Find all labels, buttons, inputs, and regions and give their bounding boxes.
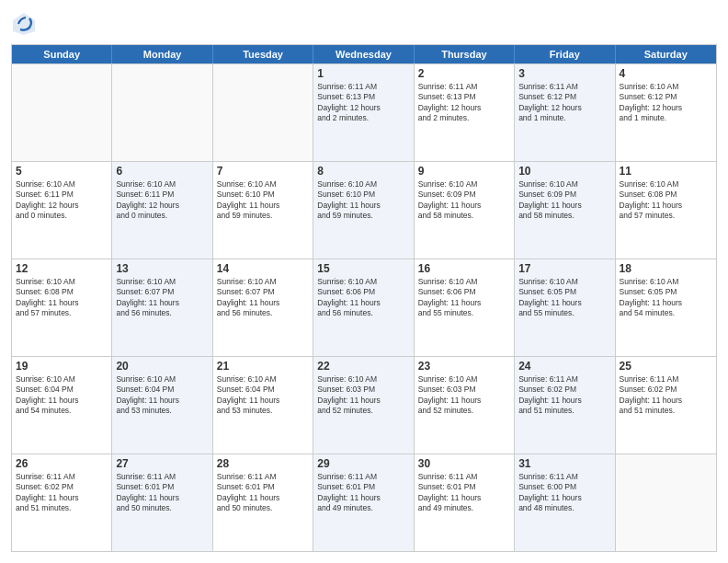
cal-cell-r0c2 <box>213 64 313 161</box>
day-number: 6 <box>116 165 208 178</box>
day-info: Sunrise: 6:11 AM Sunset: 6:00 PM Dayligh… <box>518 472 610 514</box>
cal-cell-r2c2: 14Sunrise: 6:10 AM Sunset: 6:07 PM Dayli… <box>213 259 313 356</box>
cal-cell-r2c5: 17Sunrise: 6:10 AM Sunset: 6:05 PM Dayli… <box>515 259 615 356</box>
cal-cell-r1c2: 7Sunrise: 6:10 AM Sunset: 6:10 PM Daylig… <box>213 162 313 259</box>
cal-cell-r4c1: 27Sunrise: 6:11 AM Sunset: 6:01 PM Dayli… <box>112 454 212 551</box>
day-number: 10 <box>518 165 610 178</box>
day-number: 19 <box>16 360 108 373</box>
weekday-header-saturday: Saturday <box>616 45 716 63</box>
day-info: Sunrise: 6:10 AM Sunset: 6:11 PM Dayligh… <box>116 179 208 222</box>
cal-cell-r3c3: 22Sunrise: 6:10 AM Sunset: 6:03 PM Dayli… <box>313 357 414 454</box>
calendar-row-4: 26Sunrise: 6:11 AM Sunset: 6:02 PM Dayli… <box>12 454 716 551</box>
calendar-header: SundayMondayTuesdayWednesdayThursdayFrid… <box>12 45 716 63</box>
calendar: SundayMondayTuesdayWednesdayThursdayFrid… <box>11 44 717 552</box>
day-info: Sunrise: 6:11 AM Sunset: 6:12 PM Dayligh… <box>518 82 610 124</box>
cal-cell-r2c0: 12Sunrise: 6:10 AM Sunset: 6:08 PM Dayli… <box>12 259 112 356</box>
day-info: Sunrise: 6:10 AM Sunset: 6:08 PM Dayligh… <box>620 179 712 222</box>
day-number: 7 <box>217 165 309 178</box>
cal-cell-r2c3: 15Sunrise: 6:10 AM Sunset: 6:06 PM Dayli… <box>313 259 414 356</box>
weekday-header-monday: Monday <box>112 45 212 63</box>
day-number: 11 <box>620 165 712 178</box>
cal-cell-r3c5: 24Sunrise: 6:11 AM Sunset: 6:02 PM Dayli… <box>515 357 615 454</box>
day-number: 30 <box>418 457 510 470</box>
cal-cell-r4c5: 31Sunrise: 6:11 AM Sunset: 6:00 PM Dayli… <box>515 454 615 551</box>
day-info: Sunrise: 6:10 AM Sunset: 6:06 PM Dayligh… <box>418 277 510 319</box>
day-number: 12 <box>16 262 108 275</box>
day-number: 28 <box>217 457 309 470</box>
day-info: Sunrise: 6:11 AM Sunset: 6:02 PM Dayligh… <box>518 374 610 417</box>
day-info: Sunrise: 6:10 AM Sunset: 6:04 PM Dayligh… <box>16 374 108 417</box>
day-info: Sunrise: 6:10 AM Sunset: 6:09 PM Dayligh… <box>418 179 510 222</box>
calendar-row-2: 12Sunrise: 6:10 AM Sunset: 6:08 PM Dayli… <box>12 259 716 356</box>
day-number: 22 <box>317 360 409 373</box>
cal-cell-r0c4: 2Sunrise: 6:11 AM Sunset: 6:13 PM Daylig… <box>415 64 515 161</box>
weekday-header-wednesday: Wednesday <box>313 45 414 63</box>
day-info: Sunrise: 6:10 AM Sunset: 6:08 PM Dayligh… <box>16 277 108 319</box>
day-info: Sunrise: 6:10 AM Sunset: 6:09 PM Dayligh… <box>518 179 610 222</box>
day-number: 15 <box>317 262 409 275</box>
day-info: Sunrise: 6:10 AM Sunset: 6:05 PM Dayligh… <box>518 277 610 319</box>
day-number: 24 <box>518 360 610 373</box>
day-info: Sunrise: 6:10 AM Sunset: 6:10 PM Dayligh… <box>317 179 409 222</box>
cal-cell-r0c3: 1Sunrise: 6:11 AM Sunset: 6:13 PM Daylig… <box>313 64 414 161</box>
day-number: 27 <box>116 457 208 470</box>
cal-cell-r3c0: 19Sunrise: 6:10 AM Sunset: 6:04 PM Dayli… <box>12 357 112 454</box>
header <box>11 11 717 37</box>
calendar-row-1: 5Sunrise: 6:10 AM Sunset: 6:11 PM Daylig… <box>12 161 716 259</box>
cal-cell-r3c4: 23Sunrise: 6:10 AM Sunset: 6:03 PM Dayli… <box>415 357 515 454</box>
day-info: Sunrise: 6:11 AM Sunset: 6:01 PM Dayligh… <box>217 472 309 514</box>
cal-cell-r2c4: 16Sunrise: 6:10 AM Sunset: 6:06 PM Dayli… <box>415 259 515 356</box>
cal-cell-r1c1: 6Sunrise: 6:10 AM Sunset: 6:11 PM Daylig… <box>112 162 212 259</box>
day-number: 9 <box>418 165 510 178</box>
cal-cell-r4c2: 28Sunrise: 6:11 AM Sunset: 6:01 PM Dayli… <box>213 454 313 551</box>
day-info: Sunrise: 6:10 AM Sunset: 6:03 PM Dayligh… <box>317 374 409 417</box>
cal-cell-r1c4: 9Sunrise: 6:10 AM Sunset: 6:09 PM Daylig… <box>415 162 515 259</box>
day-info: Sunrise: 6:10 AM Sunset: 6:11 PM Dayligh… <box>16 179 108 222</box>
day-number: 29 <box>317 457 409 470</box>
calendar-body: 1Sunrise: 6:11 AM Sunset: 6:13 PM Daylig… <box>12 63 716 551</box>
logo-icon <box>11 11 37 37</box>
day-number: 1 <box>317 67 409 80</box>
day-number: 31 <box>518 457 610 470</box>
day-number: 21 <box>217 360 309 373</box>
day-number: 26 <box>16 457 108 470</box>
day-info: Sunrise: 6:10 AM Sunset: 6:07 PM Dayligh… <box>116 277 208 319</box>
weekday-header-thursday: Thursday <box>415 45 515 63</box>
day-info: Sunrise: 6:11 AM Sunset: 6:02 PM Dayligh… <box>16 472 108 514</box>
day-number: 13 <box>116 262 208 275</box>
day-info: Sunrise: 6:10 AM Sunset: 6:05 PM Dayligh… <box>620 277 712 319</box>
day-number: 16 <box>418 262 510 275</box>
day-number: 14 <box>217 262 309 275</box>
day-number: 20 <box>116 360 208 373</box>
cal-cell-r0c1 <box>112 64 212 161</box>
day-info: Sunrise: 6:11 AM Sunset: 6:01 PM Dayligh… <box>418 472 510 514</box>
logo <box>11 11 40 37</box>
weekday-header-sunday: Sunday <box>12 45 112 63</box>
day-number: 23 <box>418 360 510 373</box>
cal-cell-r0c0 <box>12 64 112 161</box>
cal-cell-r1c6: 11Sunrise: 6:10 AM Sunset: 6:08 PM Dayli… <box>616 162 716 259</box>
cal-cell-r3c2: 21Sunrise: 6:10 AM Sunset: 6:04 PM Dayli… <box>213 357 313 454</box>
page: SundayMondayTuesdayWednesdayThursdayFrid… <box>0 0 728 563</box>
cal-cell-r4c4: 30Sunrise: 6:11 AM Sunset: 6:01 PM Dayli… <box>415 454 515 551</box>
weekday-header-friday: Friday <box>515 45 615 63</box>
day-info: Sunrise: 6:10 AM Sunset: 6:06 PM Dayligh… <box>317 277 409 319</box>
day-info: Sunrise: 6:10 AM Sunset: 6:04 PM Dayligh… <box>217 374 309 417</box>
day-info: Sunrise: 6:10 AM Sunset: 6:03 PM Dayligh… <box>418 374 510 417</box>
day-number: 17 <box>518 262 610 275</box>
cal-cell-r4c0: 26Sunrise: 6:11 AM Sunset: 6:02 PM Dayli… <box>12 454 112 551</box>
day-info: Sunrise: 6:11 AM Sunset: 6:02 PM Dayligh… <box>620 374 712 417</box>
cal-cell-r3c6: 25Sunrise: 6:11 AM Sunset: 6:02 PM Dayli… <box>616 357 716 454</box>
day-number: 4 <box>620 67 712 80</box>
day-info: Sunrise: 6:11 AM Sunset: 6:13 PM Dayligh… <box>317 82 409 124</box>
cal-cell-r1c5: 10Sunrise: 6:10 AM Sunset: 6:09 PM Dayli… <box>515 162 615 259</box>
day-number: 8 <box>317 165 409 178</box>
cal-cell-r0c6: 4Sunrise: 6:10 AM Sunset: 6:12 PM Daylig… <box>616 64 716 161</box>
cal-cell-r4c3: 29Sunrise: 6:11 AM Sunset: 6:01 PM Dayli… <box>313 454 414 551</box>
day-number: 3 <box>518 67 610 80</box>
cal-cell-r0c5: 3Sunrise: 6:11 AM Sunset: 6:12 PM Daylig… <box>515 64 615 161</box>
day-info: Sunrise: 6:11 AM Sunset: 6:01 PM Dayligh… <box>317 472 409 514</box>
cal-cell-r1c3: 8Sunrise: 6:10 AM Sunset: 6:10 PM Daylig… <box>313 162 414 259</box>
day-number: 25 <box>620 360 712 373</box>
day-info: Sunrise: 6:10 AM Sunset: 6:12 PM Dayligh… <box>620 82 712 124</box>
